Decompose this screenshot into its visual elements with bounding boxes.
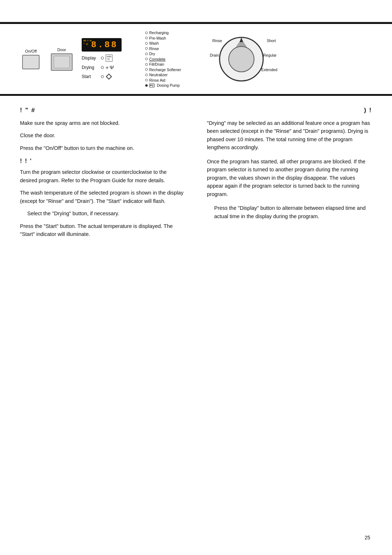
start-row: Start — [82, 73, 112, 80]
para-5: The wash temperature of the selected pro… — [20, 189, 185, 205]
ind-neutralizer: Neutralizer — [145, 73, 196, 77]
drying-indicator — [101, 66, 104, 69]
on-off-label: On/Off — [25, 49, 37, 53]
para-8: "Drying" may be selected as an additiona… — [207, 119, 372, 152]
door-label: Door — [57, 48, 66, 52]
start-diamond-icon — [106, 73, 112, 80]
main-content: ! " # Make sure the spray arms are not b… — [0, 96, 392, 265]
display-row: Display min °C — [82, 54, 113, 62]
ind-fill-drain: Fill/Drain — [145, 62, 196, 66]
short-label: Short — [267, 38, 276, 43]
display-screen-wrapper: min °C 8.88 — [82, 38, 122, 52]
page-number: 25 — [364, 535, 370, 540]
section-heading-2: ) ! — [207, 107, 372, 114]
display-min-celsius-icon: min °C — [106, 54, 113, 62]
section-heading-1: ! " # — [20, 107, 185, 114]
para-4: Turn the program selector clockwise or c… — [20, 168, 185, 184]
ind-dry: Dry — [145, 52, 196, 56]
rinse-label: Rinse — [212, 38, 222, 43]
display-ctrl-label: Display — [82, 56, 99, 61]
start-indicator — [101, 75, 104, 78]
para-2: Close the door. — [20, 131, 185, 139]
para-3: Press the "On/Off" button to turn the ma… — [20, 144, 185, 152]
status-indicators: Recharging Pre-Wash Wash Rinse Dry Compl… — [145, 30, 196, 87]
drying-ctrl-label: Drying — [82, 65, 99, 70]
para-9: Once the program has started, all other … — [207, 158, 372, 198]
drying-icon: + Ψ — [106, 65, 114, 70]
dial-area: Rinse Short Drain Regular Extended — [207, 36, 276, 83]
on-off-area: On/Off — [20, 49, 42, 69]
para-10: Press the "Display" button to alternate … — [207, 204, 372, 220]
ind-recharge-softener: Recharge Softener — [145, 68, 196, 72]
extended-label: Extended — [261, 68, 277, 72]
door-area: Door — [49, 48, 74, 71]
ind-prewash: Pre-Wash — [145, 36, 196, 40]
ind-recharging: Recharging — [145, 30, 196, 35]
regular-label: Regular — [263, 53, 277, 57]
door-button[interactable] — [51, 53, 73, 71]
celsius-label: °C — [83, 42, 90, 46]
start-ctrl-label: Start — [82, 74, 99, 79]
sub-heading-1: ! ! ' — [20, 158, 185, 164]
control-panel: On/Off Door min °C 8.88 Display min °C — [0, 24, 392, 96]
display-screen: min °C 8.88 — [82, 38, 122, 52]
para-7: Press the "Start" button. The actual tem… — [20, 222, 185, 238]
display-value: 8.88 — [91, 40, 118, 50]
ind-rinse-aid: Rinse Aid — [145, 78, 196, 82]
left-column: ! " # Make sure the spray arms are not b… — [20, 107, 192, 243]
display-indicator — [101, 57, 104, 60]
svg-point-1 — [229, 46, 254, 72]
para-6: Select the "Drying" button, if necessary… — [20, 209, 185, 217]
min-label-top: min — [83, 39, 93, 42]
program-selector-dial[interactable] — [218, 36, 265, 83]
drain-label: Drain — [210, 53, 219, 57]
ind-complete: Complete — [145, 57, 196, 61]
on-off-button[interactable] — [22, 55, 40, 69]
right-column: ) ! "Drying" may be selected as an addit… — [203, 107, 372, 243]
ind-pc-dosing: PC Dosing Pump — [145, 83, 196, 87]
ind-wash: Wash — [145, 41, 196, 45]
drying-row: Drying + Ψ — [82, 65, 114, 70]
display-area: min °C 8.88 Display min °C Drying + Ψ St… — [82, 38, 138, 80]
ind-rinse: Rinse — [145, 46, 196, 51]
para-1: Make sure the spray arms are not blocked… — [20, 119, 185, 127]
